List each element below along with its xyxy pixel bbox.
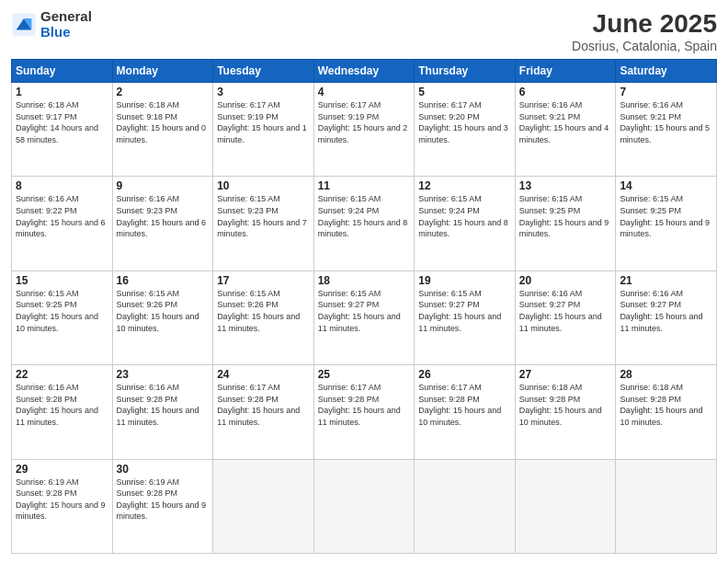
day-info: Sunrise: 6:18 AMSunset: 9:17 PMDaylight:…: [16, 99, 108, 145]
calendar-cell: [616, 459, 717, 553]
day-number: 17: [217, 274, 310, 287]
calendar-cell: 19Sunrise: 6:15 AMSunset: 9:27 PMDayligh…: [415, 270, 516, 364]
calendar-cell: 1Sunrise: 6:18 AMSunset: 9:17 PMDaylight…: [12, 83, 113, 177]
day-number: 25: [318, 368, 411, 381]
day-info: Sunrise: 6:17 AMSunset: 9:28 PMDaylight:…: [217, 382, 310, 428]
calendar-cell: 5Sunrise: 6:17 AMSunset: 9:20 PMDaylight…: [415, 83, 516, 177]
day-number: 10: [217, 179, 310, 192]
day-info: Sunrise: 6:15 AMSunset: 9:24 PMDaylight:…: [318, 193, 411, 239]
week-row-5: 29Sunrise: 6:19 AMSunset: 9:28 PMDayligh…: [12, 459, 717, 553]
day-info: Sunrise: 6:16 AMSunset: 9:28 PMDaylight:…: [117, 382, 210, 428]
calendar-cell: 3Sunrise: 6:17 AMSunset: 9:19 PMDaylight…: [213, 83, 314, 177]
subtitle: Dosrius, Catalonia, Spain: [572, 39, 717, 53]
day-number: 21: [620, 274, 712, 287]
calendar-cell: 11Sunrise: 6:15 AMSunset: 9:24 PMDayligh…: [313, 177, 415, 270]
day-info: Sunrise: 6:16 AMSunset: 9:27 PMDaylight:…: [519, 288, 612, 334]
col-header-tuesday: Tuesday: [213, 60, 314, 83]
day-number: 24: [217, 368, 310, 381]
day-number: 15: [16, 274, 108, 287]
day-number: 11: [318, 179, 411, 192]
col-header-monday: Monday: [112, 60, 213, 83]
logo: General Blue: [11, 9, 92, 40]
day-number: 29: [16, 463, 108, 476]
calendar-cell: 13Sunrise: 6:15 AMSunset: 9:25 PMDayligh…: [515, 177, 616, 270]
calendar-cell: 9Sunrise: 6:16 AMSunset: 9:23 PMDaylight…: [112, 177, 213, 270]
calendar-cell: 17Sunrise: 6:15 AMSunset: 9:26 PMDayligh…: [213, 270, 314, 364]
calendar-table: SundayMondayTuesdayWednesdayThursdayFrid…: [11, 59, 717, 554]
day-number: 18: [318, 274, 411, 287]
day-info: Sunrise: 6:17 AMSunset: 9:20 PMDaylight:…: [418, 99, 511, 145]
calendar-cell: 12Sunrise: 6:15 AMSunset: 9:24 PMDayligh…: [415, 177, 516, 270]
calendar-cell: 21Sunrise: 6:16 AMSunset: 9:27 PMDayligh…: [616, 270, 717, 364]
day-info: Sunrise: 6:18 AMSunset: 9:28 PMDaylight:…: [519, 382, 612, 428]
day-number: 9: [117, 179, 210, 192]
day-number: 7: [620, 86, 712, 98]
day-number: 3: [217, 86, 310, 98]
calendar-cell: 7Sunrise: 6:16 AMSunset: 9:21 PMDaylight…: [616, 83, 717, 177]
day-number: 2: [117, 86, 210, 98]
day-number: 22: [16, 368, 108, 381]
calendar-cell: 25Sunrise: 6:17 AMSunset: 9:28 PMDayligh…: [313, 365, 415, 459]
day-info: Sunrise: 6:15 AMSunset: 9:25 PMDaylight:…: [620, 193, 712, 239]
day-info: Sunrise: 6:19 AMSunset: 9:28 PMDaylight:…: [16, 477, 108, 523]
day-number: 28: [620, 368, 712, 381]
calendar-cell: [313, 459, 415, 553]
calendar-cell: 4Sunrise: 6:17 AMSunset: 9:19 PMDaylight…: [313, 83, 415, 177]
calendar-cell: 8Sunrise: 6:16 AMSunset: 9:22 PMDaylight…: [12, 177, 113, 270]
week-row-3: 15Sunrise: 6:15 AMSunset: 9:25 PMDayligh…: [12, 270, 717, 364]
day-number: 26: [418, 368, 511, 381]
day-info: Sunrise: 6:15 AMSunset: 9:27 PMDaylight:…: [418, 288, 511, 334]
day-info: Sunrise: 6:15 AMSunset: 9:24 PMDaylight:…: [418, 193, 511, 239]
calendar-cell: [415, 459, 516, 553]
day-info: Sunrise: 6:15 AMSunset: 9:25 PMDaylight:…: [519, 193, 612, 239]
day-info: Sunrise: 6:15 AMSunset: 9:23 PMDaylight:…: [217, 193, 310, 239]
day-info: Sunrise: 6:15 AMSunset: 9:25 PMDaylight:…: [16, 288, 108, 334]
calendar-cell: 24Sunrise: 6:17 AMSunset: 9:28 PMDayligh…: [213, 365, 314, 459]
day-number: 5: [418, 86, 511, 98]
day-number: 23: [117, 368, 210, 381]
day-number: 13: [519, 179, 612, 192]
day-info: Sunrise: 6:17 AMSunset: 9:28 PMDaylight:…: [318, 382, 411, 428]
day-number: 27: [519, 368, 612, 381]
logo-icon: [11, 12, 37, 38]
calendar-cell: 29Sunrise: 6:19 AMSunset: 9:28 PMDayligh…: [12, 459, 113, 553]
logo-text: General Blue: [40, 9, 92, 40]
day-info: Sunrise: 6:16 AMSunset: 9:27 PMDaylight:…: [620, 288, 712, 334]
col-header-thursday: Thursday: [415, 60, 516, 83]
calendar-cell: 10Sunrise: 6:15 AMSunset: 9:23 PMDayligh…: [213, 177, 314, 270]
day-info: Sunrise: 6:16 AMSunset: 9:21 PMDaylight:…: [519, 99, 612, 145]
day-number: 16: [117, 274, 210, 287]
page: General Blue June 2025 Dosrius, Cataloni…: [0, 0, 728, 563]
day-info: Sunrise: 6:16 AMSunset: 9:23 PMDaylight:…: [117, 193, 210, 239]
day-number: 14: [620, 179, 712, 192]
calendar-cell: 18Sunrise: 6:15 AMSunset: 9:27 PMDayligh…: [313, 270, 415, 364]
day-info: Sunrise: 6:17 AMSunset: 9:28 PMDaylight:…: [418, 382, 511, 428]
calendar-cell: 27Sunrise: 6:18 AMSunset: 9:28 PMDayligh…: [515, 365, 616, 459]
col-header-saturday: Saturday: [616, 60, 717, 83]
header-row: SundayMondayTuesdayWednesdayThursdayFrid…: [12, 60, 717, 83]
calendar-cell: 20Sunrise: 6:16 AMSunset: 9:27 PMDayligh…: [515, 270, 616, 364]
day-info: Sunrise: 6:17 AMSunset: 9:19 PMDaylight:…: [217, 99, 310, 145]
calendar-cell: 2Sunrise: 6:18 AMSunset: 9:18 PMDaylight…: [112, 83, 213, 177]
calendar-cell: 15Sunrise: 6:15 AMSunset: 9:25 PMDayligh…: [12, 270, 113, 364]
day-number: 19: [418, 274, 511, 287]
day-number: 20: [519, 274, 612, 287]
calendar-cell: 16Sunrise: 6:15 AMSunset: 9:26 PMDayligh…: [112, 270, 213, 364]
day-info: Sunrise: 6:18 AMSunset: 9:28 PMDaylight:…: [620, 382, 712, 428]
day-info: Sunrise: 6:15 AMSunset: 9:26 PMDaylight:…: [117, 288, 210, 334]
calendar-cell: 30Sunrise: 6:19 AMSunset: 9:28 PMDayligh…: [112, 459, 213, 553]
calendar-cell: 6Sunrise: 6:16 AMSunset: 9:21 PMDaylight…: [515, 83, 616, 177]
day-number: 30: [117, 463, 210, 476]
calendar-cell: 23Sunrise: 6:16 AMSunset: 9:28 PMDayligh…: [112, 365, 213, 459]
title-area: June 2025 Dosrius, Catalonia, Spain: [572, 9, 717, 53]
calendar-cell: 22Sunrise: 6:16 AMSunset: 9:28 PMDayligh…: [12, 365, 113, 459]
col-header-wednesday: Wednesday: [313, 60, 415, 83]
day-info: Sunrise: 6:16 AMSunset: 9:21 PMDaylight:…: [620, 99, 712, 145]
day-info: Sunrise: 6:15 AMSunset: 9:27 PMDaylight:…: [318, 288, 411, 334]
day-number: 8: [16, 179, 108, 192]
calendar-cell: 26Sunrise: 6:17 AMSunset: 9:28 PMDayligh…: [415, 365, 516, 459]
day-info: Sunrise: 6:19 AMSunset: 9:28 PMDaylight:…: [117, 477, 210, 523]
calendar-cell: 14Sunrise: 6:15 AMSunset: 9:25 PMDayligh…: [616, 177, 717, 270]
calendar-cell: [515, 459, 616, 553]
col-header-sunday: Sunday: [12, 60, 113, 83]
